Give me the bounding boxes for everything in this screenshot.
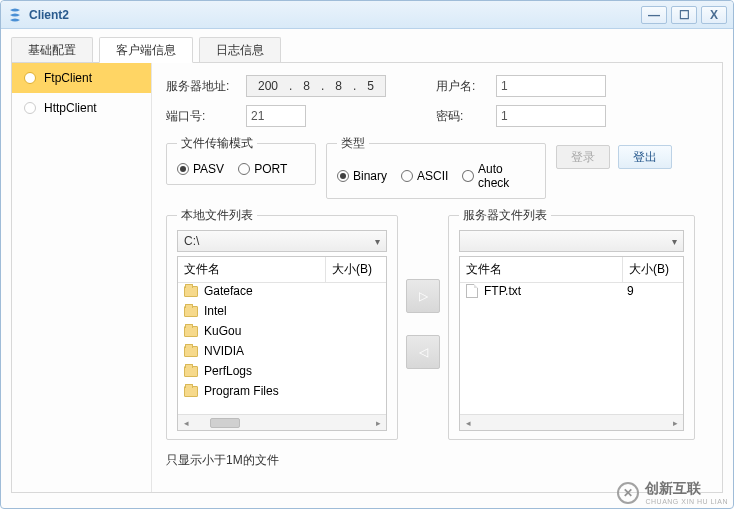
col-size[interactable]: 大小(B) [326, 257, 386, 282]
radio-icon [24, 72, 36, 84]
sidebar-item-httpclient[interactable]: HttpClient [12, 93, 151, 123]
tab-client-info[interactable]: 客户端信息 [99, 37, 193, 63]
sidebar-item-label: HttpClient [44, 101, 97, 115]
list-item[interactable]: Gateface [178, 281, 386, 301]
col-size[interactable]: 大小(B) [623, 257, 683, 282]
app-window: Client2 — ☐ X 基础配置 客户端信息 日志信息 FtpClient … [0, 0, 734, 509]
file-lists-area: 本地文件列表 C:\ ▾ 文件名 大小(B) [166, 207, 708, 440]
folder-icon [184, 306, 198, 317]
download-button[interactable]: ◁ [406, 335, 440, 369]
footer-note: 只显示小于1M的文件 [166, 452, 708, 469]
username-input[interactable] [496, 75, 606, 97]
watermark-logo-icon: ✕ [617, 482, 639, 504]
password-input[interactable] [496, 105, 606, 127]
scroll-right-icon[interactable]: ▸ [370, 416, 386, 430]
list-header: 文件名 大小(B) [460, 257, 683, 283]
tab-bar: 基础配置 客户端信息 日志信息 [11, 37, 723, 63]
fieldset-local: 本地文件列表 C:\ ▾ 文件名 大小(B) [166, 207, 398, 440]
col-filename[interactable]: 文件名 [460, 257, 623, 282]
sidebar-item-label: FtpClient [44, 71, 92, 85]
arrow-right-icon: ▷ [419, 289, 428, 303]
list-item[interactable]: Intel [178, 301, 386, 321]
tab-basic-config[interactable]: 基础配置 [11, 37, 93, 62]
radio-icon [177, 163, 189, 175]
logout-button[interactable]: 登出 [618, 145, 672, 169]
ip-input[interactable]: 200. 8. 8. 5 [246, 75, 386, 97]
remote-file-list[interactable]: 文件名 大小(B) FTP.txt9 ◂▸ [459, 256, 684, 431]
chevron-down-icon: ▾ [375, 236, 380, 247]
legend-transfer: 文件传输模式 [177, 135, 257, 152]
list-item[interactable]: PerfLogs [178, 361, 386, 381]
legend-type: 类型 [337, 135, 369, 152]
fieldset-transfer-mode: 文件传输模式 PASV PORT [166, 135, 316, 185]
scroll-left-icon[interactable]: ◂ [178, 416, 194, 430]
transfer-arrows: ▷ ◁ [406, 279, 440, 369]
list-header: 文件名 大小(B) [178, 257, 386, 283]
close-button[interactable]: X [701, 6, 727, 24]
list-item[interactable]: FTP.txt9 [460, 281, 683, 301]
col-filename[interactable]: 文件名 [178, 257, 326, 282]
tab-log-info[interactable]: 日志信息 [199, 37, 281, 62]
scroll-thumb[interactable] [210, 418, 240, 428]
legend-remote: 服务器文件列表 [459, 207, 551, 224]
port-input[interactable] [246, 105, 306, 127]
remote-path-combo[interactable]: ▾ [459, 230, 684, 252]
minimize-button[interactable]: — [641, 6, 667, 24]
radio-icon [238, 163, 250, 175]
radio-icon [337, 170, 349, 182]
list-item[interactable]: KuGou [178, 321, 386, 341]
folder-icon [184, 386, 198, 397]
file-icon [466, 284, 478, 298]
main-panel: FtpClient HttpClient 服务器地址: 200. 8. 8. 5 [11, 63, 723, 493]
label-port: 端口号: [166, 108, 236, 125]
radio-binary[interactable]: Binary [337, 169, 387, 183]
radio-icon [462, 170, 474, 182]
horizontal-scrollbar[interactable]: ◂▸ [460, 414, 683, 430]
label-username: 用户名: [436, 78, 486, 95]
radio-pasv[interactable]: PASV [177, 162, 224, 176]
list-item[interactable]: NVIDIA [178, 341, 386, 361]
app-icon [7, 7, 23, 23]
folder-icon [184, 366, 198, 377]
folder-icon [184, 326, 198, 337]
scroll-left-icon[interactable]: ◂ [460, 416, 476, 430]
radio-ascii[interactable]: ASCII [401, 169, 448, 183]
radio-port[interactable]: PORT [238, 162, 287, 176]
row-port: 端口号: 密码: [166, 105, 708, 127]
local-file-list[interactable]: 文件名 大小(B) Gateface Intel KuGou NVIDIA Pe… [177, 256, 387, 431]
watermark: ✕ 创新互联 CHUANG XIN HU LIAN [617, 480, 728, 505]
scroll-right-icon[interactable]: ▸ [667, 416, 683, 430]
upload-button[interactable]: ▷ [406, 279, 440, 313]
folder-icon [184, 346, 198, 357]
options-row: 文件传输模式 PASV PORT 类型 Binary ASCII Auto ch… [166, 135, 708, 199]
chevron-down-icon: ▾ [672, 236, 677, 247]
title-bar: Client2 — ☐ X [1, 1, 733, 29]
sidebar: FtpClient HttpClient [12, 63, 152, 492]
folder-icon [184, 286, 198, 297]
arrow-left-icon: ◁ [419, 345, 428, 359]
panel-body: 服务器地址: 200. 8. 8. 5 用户名: 端口号: 密码: [152, 63, 722, 492]
login-buttons: 登录 登出 [556, 145, 672, 169]
horizontal-scrollbar[interactable]: ◂▸ [178, 414, 386, 430]
row-server: 服务器地址: 200. 8. 8. 5 用户名: [166, 75, 708, 97]
fieldset-type: 类型 Binary ASCII Auto check [326, 135, 546, 199]
legend-local: 本地文件列表 [177, 207, 257, 224]
label-password: 密码: [436, 108, 486, 125]
radio-icon [401, 170, 413, 182]
list-item[interactable]: Program Files [178, 381, 386, 401]
fieldset-remote: 服务器文件列表 ▾ 文件名 大小(B) [448, 207, 695, 440]
window-controls: — ☐ X [641, 6, 727, 24]
radio-icon [24, 102, 36, 114]
window-title: Client2 [29, 8, 69, 22]
label-server-addr: 服务器地址: [166, 78, 236, 95]
login-button[interactable]: 登录 [556, 145, 610, 169]
radio-autocheck[interactable]: Auto check [462, 162, 535, 190]
sidebar-item-ftpclient[interactable]: FtpClient [12, 63, 151, 93]
maximize-button[interactable]: ☐ [671, 6, 697, 24]
content-area: 基础配置 客户端信息 日志信息 FtpClient HttpClient 服务器… [1, 29, 733, 508]
local-path-combo[interactable]: C:\ ▾ [177, 230, 387, 252]
